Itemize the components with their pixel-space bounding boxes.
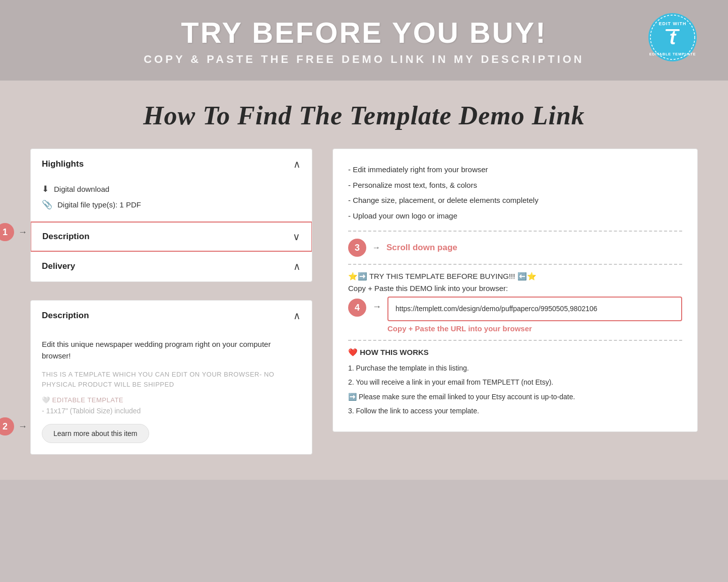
url-box: https://templett.com/design/demo/puffpap… xyxy=(387,297,682,321)
desc-size: - 11x17" (Tabloid Size) included xyxy=(42,407,301,415)
top-panel-wrapper: Highlights ∧ ⬇ Digital download 📎 Digita… xyxy=(30,149,312,282)
description-highlighted-section: Description ∨ xyxy=(30,222,312,252)
step2-circle: 2 xyxy=(0,417,14,435)
how-works-item-2: 2. You will receive a link in your email… xyxy=(348,375,682,389)
svg-text:EDITABLE TEMPLATE: EDITABLE TEMPLATE xyxy=(649,52,696,56)
copy-paste-line: Copy + Paste this DEMO link into your br… xyxy=(348,284,682,293)
feature-item-2: - Personalize most text, fonts, & colors xyxy=(348,178,682,193)
top-panel: Highlights ∧ ⬇ Digital download 📎 Digita… xyxy=(30,149,312,282)
how-works-list: 1. Purchase the template in this listing… xyxy=(348,361,682,418)
desc-warning: THIS IS A TEMPLATE WHICH YOU CAN EDIT ON… xyxy=(42,370,301,389)
how-works-title: ❤️ HOW THIS WORKS xyxy=(348,348,682,357)
delivery-title: Delivery xyxy=(42,261,75,271)
feature-item-1: - Edit immediately right from your brows… xyxy=(348,162,682,178)
how-works-item-4: 3. Follow the link to access your templa… xyxy=(348,404,682,418)
step2-annotation: 2 → xyxy=(0,417,27,435)
highlights-section: Highlights ∧ ⬇ Digital download 📎 Digita… xyxy=(31,149,312,222)
description-title: Description xyxy=(42,232,90,242)
divider-3 xyxy=(348,340,682,341)
desc-main-text: Edit this unique newspaper wedding progr… xyxy=(42,339,301,361)
bottom-panel-wrapper: Description ∧ Edit this unique newspaper… xyxy=(30,291,312,455)
left-column: Highlights ∧ ⬇ Digital download 📎 Digita… xyxy=(30,149,312,455)
delivery-header[interactable]: Delivery ∧ xyxy=(31,251,312,281)
url-block: https://templett.com/design/demo/puffpap… xyxy=(387,297,682,333)
section-title: How To Find The Template Demo Link xyxy=(30,101,698,130)
learn-more-button[interactable]: Learn more about this item xyxy=(42,424,149,443)
delivery-chevron: ∧ xyxy=(293,260,301,272)
feature-list: - Edit immediately right from your brows… xyxy=(348,162,682,224)
description-body: Edit this unique newspaper wedding progr… xyxy=(31,331,312,454)
highlights-header[interactable]: Highlights ∧ xyxy=(31,149,312,179)
highlights-items: ⬇ Digital download 📎 Digital file type(s… xyxy=(31,179,312,222)
try-template-line: ⭐➡️ TRY THIS TEMPLATE BEFORE BUYING!!! ⬅… xyxy=(348,272,682,281)
feature-item-3: - Change size, placement, or delete elem… xyxy=(348,193,682,208)
url-label: Copy + Paste the URL into your browser xyxy=(387,324,682,333)
download-icon: ⬇ xyxy=(42,184,49,194)
templett-badge: EDIT WITH t EDITABLE TEMPLATE xyxy=(647,12,698,62)
highlights-chevron: ∧ xyxy=(293,158,301,170)
feature-item-4: - Upload your own logo or image xyxy=(348,208,682,224)
step4-circle: 4 xyxy=(348,299,366,317)
main-content: How To Find The Template Demo Link Highl… xyxy=(0,81,728,480)
highlight-download: ⬇ Digital download xyxy=(42,181,301,197)
step1-arrow: → xyxy=(18,227,27,238)
how-works-item-1: 1. Purchase the template in this listing… xyxy=(348,361,682,375)
divider-2 xyxy=(348,264,682,265)
step4-row: 4 → https://templett.com/design/demo/puf… xyxy=(348,297,682,333)
two-col-layout: Highlights ∧ ⬇ Digital download 📎 Digita… xyxy=(30,149,698,455)
desc-editable: 🤍 EDITABLE TEMPLATE xyxy=(42,396,301,404)
highlights-title: Highlights xyxy=(42,159,84,169)
highlight-download-text: Digital download xyxy=(54,185,109,193)
delivery-section: Delivery ∧ xyxy=(31,251,312,281)
highlight-filetype: 📎 Digital file type(s): 1 PDF xyxy=(42,197,301,212)
learn-more-row: Learn more about this item xyxy=(42,424,301,443)
step3-circle: 3 xyxy=(348,239,366,257)
highlight-filetype-text: Digital file type(s): 1 PDF xyxy=(57,200,141,209)
step4-arrow: → xyxy=(372,302,381,312)
step3-arrow: → xyxy=(372,243,380,252)
how-works-item-3: ➡️ Please make sure the email linked to … xyxy=(348,390,682,404)
banner-title: TRY BEFORE YOU BUY! xyxy=(144,17,584,49)
description-chevron: ∨ xyxy=(293,231,300,243)
banner-subtitle: COPY & PASTE THE FREE DEMO LINK IN MY DE… xyxy=(144,53,584,66)
top-banner: TRY BEFORE YOU BUY! COPY & PASTE THE FRE… xyxy=(0,0,728,81)
divider-1 xyxy=(348,231,682,232)
step1-circle: 1 xyxy=(0,223,14,241)
svg-text:EDIT WITH: EDIT WITH xyxy=(659,21,687,26)
bottom-description-title: Description xyxy=(42,311,89,321)
right-panel: - Edit immediately right from your brows… xyxy=(333,149,698,432)
step1-annotation: 1 → xyxy=(0,223,27,241)
step3-row: 3 → Scroll down page xyxy=(348,239,682,257)
right-column: - Edit immediately right from your brows… xyxy=(333,149,698,432)
description-header[interactable]: Description ∨ xyxy=(31,223,311,251)
bottom-panel: Description ∧ Edit this unique newspaper… xyxy=(30,300,312,455)
scroll-down-label: Scroll down page xyxy=(386,243,457,253)
paperclip-icon: 📎 xyxy=(42,199,52,210)
bottom-description-header[interactable]: Description ∧ xyxy=(31,301,312,331)
banner-text-block: TRY BEFORE YOU BUY! COPY & PASTE THE FRE… xyxy=(144,17,584,66)
step2-arrow: → xyxy=(18,421,27,432)
bottom-description-chevron: ∧ xyxy=(293,310,301,322)
how-works-section: ❤️ HOW THIS WORKS 1. Purchase the templa… xyxy=(348,348,682,418)
svg-rect-4 xyxy=(666,29,680,31)
